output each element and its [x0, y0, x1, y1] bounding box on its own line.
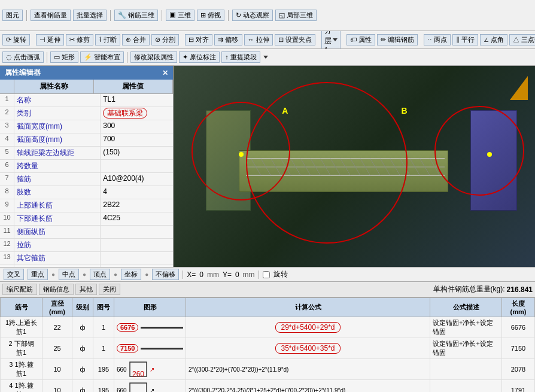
btn-scale-rebar[interactable]: 缩尺配筋: [2, 284, 37, 295]
btn-drawarc[interactable]: ◌ 点击画弧: [2, 51, 44, 63]
r3-grade: ф: [72, 359, 93, 380]
status-bar: 交叉 重点 ● 中点 ● 顶点 ● 坐标 ● 不偏移 X= 0 mm Y= 0 …: [0, 267, 535, 281]
r2-formula: 35*d+5400+35*d: [186, 338, 430, 359]
btn-threepoint[interactable]: △ 三点辅轴: [509, 34, 535, 45]
toolbar-btn-tuyuan[interactable]: 图元: [2, 10, 23, 21]
toolbar-btn-topview[interactable]: ⊞ 俯视: [197, 10, 224, 21]
prop-num-5: 5: [0, 147, 14, 159]
btn-rebar-info[interactable]: 钢筋信息: [39, 284, 74, 295]
btn-liftbeam[interactable]: ↑ 重提梁段: [221, 51, 260, 63]
rebar-table-scroll[interactable]: 筋号 直径(mm) 级别 图号 图形 计算公式 公式描述 长度(mm) 1跨.上…: [0, 297, 535, 392]
prop-value-7[interactable]: A10@200(4): [101, 173, 173, 186]
btn-break[interactable]: ⌇ 打断: [95, 34, 120, 45]
prop-scroll-area[interactable]: 1 名称 TL1 2 类别 基础联系梁 3 截面宽度(mm) 300: [0, 94, 173, 267]
prop-num-9: 9: [0, 199, 14, 212]
prop-value-6[interactable]: [101, 160, 173, 172]
btn-offset[interactable]: ⇉ 偏移: [214, 34, 242, 45]
snap-nooffset[interactable]: 不偏移: [152, 269, 179, 280]
snap-jiaoca[interactable]: 交叉: [4, 269, 24, 280]
r1-calc-value: 6676: [117, 323, 138, 332]
prop-name-3: 截面宽度(mm): [14, 120, 101, 133]
toolbar-row3: ◌ 点击画弧 ▭ 矩形 ⚡ 智能布置 修改梁段属性 ✦ 原位标注 ↑ 重提梁段: [0, 49, 535, 66]
prop-value-8[interactable]: 4: [101, 186, 173, 199]
prop-num-4: 4: [0, 133, 14, 146]
btn-trim[interactable]: ✂ 修剪: [66, 34, 93, 45]
r2-line: [141, 348, 183, 350]
status-sep2: [259, 271, 259, 279]
toolbar-btn-view-rebar[interactable]: 查看钢筋量: [31, 10, 71, 21]
btn-close[interactable]: 关闭: [99, 284, 120, 295]
snap-zhongdian[interactable]: 重点: [28, 269, 48, 280]
toolbar-btn-3d[interactable]: ▣ 三维: [166, 10, 194, 21]
btn-rect[interactable]: ▭ 矩形: [50, 51, 78, 63]
btn-setpoint[interactable]: ⊡ 设置夹点: [275, 34, 315, 45]
prop-value-4[interactable]: 700: [101, 133, 173, 146]
prop-num-11: 11: [0, 226, 14, 238]
prop-name-4: 截面高度(mm): [14, 133, 101, 146]
prop-name-10: 下部通长筋: [14, 212, 101, 225]
r3-desc: [430, 359, 502, 380]
prop-row-3: 3 截面宽度(mm) 300: [0, 120, 173, 133]
liftbeam-arrow: [263, 56, 268, 59]
btn-originmark[interactable]: ✦ 原位标注: [179, 51, 220, 63]
prop-value-3[interactable]: 300: [101, 120, 173, 133]
content-area: 属性编辑器 ✕ 属性名称 属性值 1 名称 TL1 2 类别: [0, 66, 535, 267]
prop-row-11: 11 侧面纵筋: [0, 226, 173, 239]
rebar-tbody: 1跨.上通长筋1 22 ф 1 6676 29*d+5400+29*d: [1, 317, 535, 393]
prop-row-12: 12 拉筋: [0, 239, 173, 252]
btn-modifyseg[interactable]: 修改梁段属性: [130, 51, 177, 63]
btn-edit-rebar[interactable]: ✏ 编辑钢筋: [377, 34, 418, 45]
layer-dropdown[interactable]: 分层 1: [321, 31, 341, 49]
btn-twopoint[interactable]: ⋅⋅ 两点: [424, 34, 451, 45]
btn-rotate[interactable]: ⟳ 旋转: [2, 34, 30, 45]
prop-value-5[interactable]: (150): [101, 147, 173, 159]
th-shapenum: 图号: [93, 298, 114, 317]
btn-extend[interactable]: ⊣ 延伸: [36, 34, 64, 45]
prop-num-8: 8: [0, 186, 14, 199]
r1-line: [141, 327, 183, 329]
snap-midpoint[interactable]: 中点: [59, 269, 79, 280]
r2-desc: 设定锚固+净长+设定锚固: [430, 338, 502, 359]
btn-merge[interactable]: ⊕ 合并: [122, 34, 150, 45]
r3-dim1: 660: [117, 366, 127, 373]
snap-coord[interactable]: 坐标: [121, 269, 141, 280]
snap-toppoint[interactable]: 顶点: [90, 269, 110, 280]
label-b: B: [402, 106, 408, 116]
r3-diam: 10: [42, 359, 72, 380]
btn-smartlayout[interactable]: ⚡ 智能布置: [80, 51, 124, 63]
prop-value-9[interactable]: 2B22: [101, 199, 173, 212]
property-close-btn[interactable]: ✕: [162, 69, 168, 77]
mm-label1: mm: [207, 271, 219, 279]
btn-attr[interactable]: 🏷 属性: [346, 34, 375, 45]
btn-split[interactable]: ⊘ 分割: [151, 34, 179, 45]
toolbar-btn-batch-select[interactable]: 批量选择: [73, 10, 107, 21]
prop-value-10[interactable]: 4C25: [101, 212, 173, 225]
prop-value-11[interactable]: [101, 226, 173, 238]
prop-name-8: 肢数: [14, 186, 101, 199]
viewport[interactable]: A B: [174, 66, 535, 267]
btn-parallel[interactable]: ∥ 平行: [452, 34, 478, 45]
prop-value-1[interactable]: TL1: [101, 94, 173, 107]
prop-header: 属性名称 属性值: [0, 80, 173, 94]
property-title-bar: 属性编辑器 ✕: [0, 66, 173, 80]
rotate-checkbox[interactable]: [263, 271, 270, 278]
prop-value-2[interactable]: 基础联系梁: [101, 107, 173, 120]
btn-align[interactable]: ⊟ 对齐: [185, 34, 212, 45]
prop-num-10: 10: [0, 212, 14, 225]
main-container: 图元 查看钢筋量 批量选择 🔧 钢筋三维 ▣ 三维 ⊞ 俯视 ↻ 动态观察 ◱ …: [0, 0, 535, 392]
prop-value-13[interactable]: [101, 252, 173, 265]
toolbar-btn-rebar3d[interactable]: 🔧 钢筋三维: [114, 10, 158, 21]
value-category: 基础联系梁: [103, 108, 147, 118]
prop-value-12[interactable]: [101, 239, 173, 251]
btn-other[interactable]: 其他: [75, 284, 97, 295]
prop-header-name: 属性名称: [14, 80, 94, 93]
r1-shnum: 1: [93, 317, 114, 338]
toolbar-btn-dynamic[interactable]: ↻ 动态观察: [232, 10, 273, 21]
toolbar-btn-local3d[interactable]: ◱ 局部三维: [275, 10, 317, 21]
btn-stretch[interactable]: ↔ 拉伸: [244, 34, 273, 45]
prop-name-2: 类别: [14, 107, 101, 120]
r4-desc: [430, 380, 502, 393]
sep-r3-1: [47, 52, 47, 63]
prop-row-2: 2 类别 基础联系梁: [0, 107, 173, 120]
btn-pointangle[interactable]: ∠ 点角: [480, 34, 507, 45]
